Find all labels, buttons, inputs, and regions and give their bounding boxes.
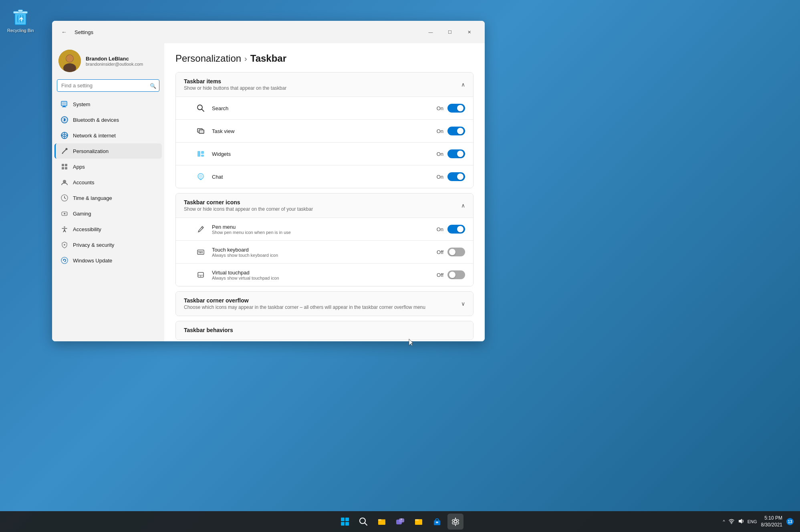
svg-point-6 xyxy=(66,55,73,62)
widgets-toggle-icon xyxy=(195,148,206,159)
search-input[interactable] xyxy=(57,79,159,92)
sidebar-item-privacy[interactable]: Privacy & security xyxy=(54,237,162,252)
sidebar-item-accessibility[interactable]: Accessibility xyxy=(54,222,162,237)
sidebar-item-accounts[interactable]: Accounts xyxy=(54,175,162,190)
keyboard-lang-icon[interactable]: ENG xyxy=(748,519,757,524)
svg-rect-55 xyxy=(341,518,345,521)
minimize-button[interactable]: — xyxy=(421,26,440,38)
svg-rect-49 xyxy=(199,252,199,253)
sidebar-item-label-gaming: Gaming xyxy=(73,211,91,217)
sidebar-item-label-update: Windows Update xyxy=(73,258,112,264)
svg-rect-69 xyxy=(436,522,438,523)
sidebar-item-system[interactable]: System xyxy=(54,97,162,112)
taskbar-behaviors-section: Taskbar behaviors xyxy=(175,321,474,340)
svg-point-22 xyxy=(63,180,66,183)
taskview-toggle[interactable] xyxy=(447,127,465,135)
taskbar-corner-overflow-header[interactable]: Taskbar corner overflow Choose which ico… xyxy=(176,292,473,316)
sidebar-item-label-time: Time & language xyxy=(73,195,112,201)
search-toggle-right: On xyxy=(437,104,465,113)
pen-thumb xyxy=(457,226,463,232)
svg-rect-51 xyxy=(202,252,203,253)
svg-line-60 xyxy=(365,523,367,525)
toggle-row-taskview: Task view On xyxy=(176,119,473,142)
keyboard-toggle[interactable] xyxy=(447,248,465,256)
svg-line-25 xyxy=(64,198,66,199)
volume-icon xyxy=(738,518,744,526)
sidebar: Brandon LeBlanc brandoninsider@outlook.c… xyxy=(52,43,164,341)
chat-thumb xyxy=(457,173,463,180)
recycle-bin-icon[interactable]: Recycling Bin xyxy=(7,7,34,33)
taskview-toggle-right: On xyxy=(437,127,465,135)
apps-icon xyxy=(61,163,68,170)
sidebar-item-update[interactable]: Windows Update xyxy=(54,253,162,268)
taskbar-items-title: Taskbar items xyxy=(184,78,461,85)
tray-chevron[interactable]: ^ xyxy=(723,519,725,524)
sidebar-item-network[interactable]: Network & internet xyxy=(54,128,162,143)
sidebar-item-bluetooth[interactable]: Bluetooth & devices xyxy=(54,112,162,127)
sidebar-item-label-personalization: Personalization xyxy=(73,148,109,154)
taskbar-teams-button[interactable] xyxy=(392,514,408,530)
taskbar-corner-overflow-chevron: ∨ xyxy=(461,300,465,307)
taskbar-items-desc: Show or hide buttons that appear on the … xyxy=(184,85,461,91)
svg-rect-47 xyxy=(201,251,202,252)
taskbar-search-button[interactable] xyxy=(355,514,371,530)
sidebar-item-label-system: System xyxy=(73,101,90,107)
taskbar-corner-icons-title: Taskbar corner icons xyxy=(184,199,461,206)
search-toggle[interactable] xyxy=(447,104,465,113)
widgets-state: On xyxy=(437,151,443,157)
taskbar-store-button[interactable] xyxy=(429,514,445,530)
sidebar-item-personalization[interactable]: Personalization xyxy=(54,143,162,159)
taskbar-files-button[interactable] xyxy=(411,514,427,530)
svg-point-42 xyxy=(199,174,203,178)
notification-badge[interactable]: 13 xyxy=(786,518,794,525)
svg-point-70 xyxy=(454,520,457,523)
close-button[interactable]: ✕ xyxy=(460,26,478,38)
touchpad-sublabel: Always show virtual touchpad icon xyxy=(212,276,437,280)
svg-rect-50 xyxy=(200,252,202,253)
start-button[interactable] xyxy=(337,514,353,530)
sidebar-item-label-privacy: Privacy & security xyxy=(73,242,114,248)
system-time[interactable]: 5:10 PM 8/30/2021 xyxy=(761,515,782,528)
back-button[interactable]: ← xyxy=(58,26,70,38)
toggle-row-chat: Chat On xyxy=(176,165,473,188)
touchpad-state: Off xyxy=(437,272,443,278)
keyboard-sublabel: Always show touch keyboard icon xyxy=(212,253,437,258)
search-label: Search xyxy=(212,105,437,111)
breadcrumb-parent: Personalization xyxy=(175,53,241,64)
breadcrumb: Personalization › Taskbar xyxy=(175,53,474,64)
widgets-toggle[interactable] xyxy=(447,149,465,158)
taskbar-explorer-button[interactable] xyxy=(374,514,390,530)
user-profile: Brandon LeBlanc brandoninsider@outlook.c… xyxy=(52,43,164,77)
touchpad-toggle-right: Off xyxy=(437,270,465,279)
search-toggle-info: Search xyxy=(212,105,437,111)
touchpad-toggle[interactable] xyxy=(447,270,465,279)
taskview-label: Task view xyxy=(212,128,437,134)
maximize-button[interactable]: ☐ xyxy=(441,26,459,38)
taskbar-corner-icons-header[interactable]: Taskbar corner icons Show or hide icons … xyxy=(176,193,473,218)
svg-rect-67 xyxy=(415,519,419,521)
svg-rect-39 xyxy=(201,151,204,154)
sidebar-item-gaming[interactable]: Gaming xyxy=(54,206,162,221)
svg-rect-62 xyxy=(378,519,381,521)
breadcrumb-current: Taskbar xyxy=(250,53,286,64)
user-name: Brandon LeBlanc xyxy=(86,56,158,62)
update-icon xyxy=(61,257,68,264)
touchpad-label: Virtual touchpad xyxy=(212,270,437,276)
keyboard-toggle-icon xyxy=(195,246,206,258)
sidebar-item-label-network: Network & internet xyxy=(73,133,116,139)
personalization-icon xyxy=(61,147,68,155)
title-bar-left: ← Settings xyxy=(58,26,93,38)
pen-toggle[interactable] xyxy=(447,225,465,234)
keyboard-label: Touch keyboard xyxy=(212,247,437,253)
svg-rect-10 xyxy=(62,102,66,105)
gaming-icon xyxy=(61,210,68,217)
svg-rect-38 xyxy=(197,151,200,157)
taskbar-behaviors-header[interactable]: Taskbar behaviors xyxy=(176,321,473,340)
sidebar-item-label-accessibility: Accessibility xyxy=(73,226,101,232)
sidebar-item-time[interactable]: Time & language xyxy=(54,190,162,206)
sidebar-item-apps[interactable]: Apps xyxy=(54,159,162,174)
taskbar-items-header[interactable]: Taskbar items Show or hide buttons that … xyxy=(176,73,473,97)
taskbar-items-chevron-up: ∧ xyxy=(461,81,465,88)
taskbar-settings-button[interactable] xyxy=(447,514,463,530)
chat-toggle[interactable] xyxy=(447,172,465,181)
